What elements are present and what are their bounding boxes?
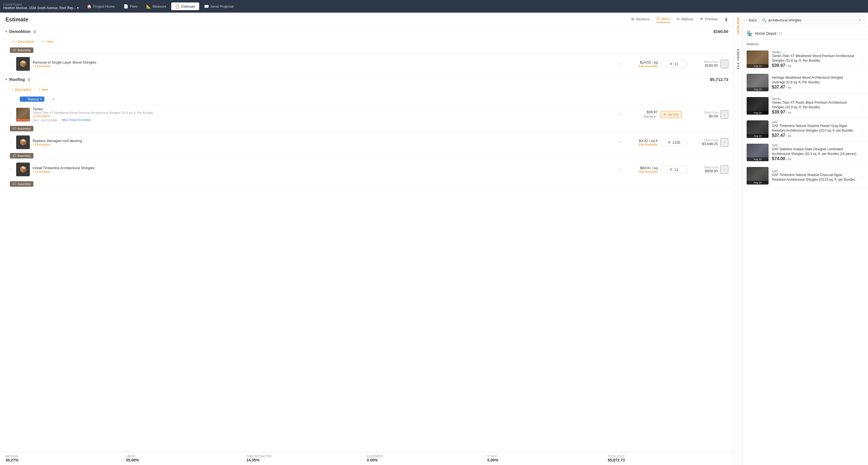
qty-box-decking[interactable]: ⚙ 1100 xyxy=(660,139,688,146)
section-toggle-demolition[interactable]: ▾ xyxy=(5,30,7,33)
header-tabs: ⊞ Sections ☰ Items % Markup 👁 Preview ⬇ xyxy=(631,17,728,23)
item-name-removal: Removal of Single Layer Wood Shingles xyxy=(33,60,615,64)
tab-project-home[interactable]: 🏠 Project Home xyxy=(83,2,119,10)
item-desc-decking[interactable]: + Description xyxy=(33,143,615,146)
item-desc-removal[interactable]: + Description xyxy=(33,64,615,68)
product-name-4: GAF Slateline Antique Slate Designer Lam… xyxy=(772,147,857,156)
edit-assembly-removal[interactable]: Edit Assembly xyxy=(625,64,658,68)
item-name-tamko: Tamko xyxy=(33,107,615,111)
product-item-5[interactable]: Aug 13 GAF GAF Timberline Natural Shadow… xyxy=(743,164,868,187)
line-item-removal: ⠿ 📦 Removal of Single Layer Wood Shingle… xyxy=(0,54,734,74)
qty-value-timberline: 11 xyxy=(674,168,678,172)
project-dropdown-icon[interactable]: ▾ xyxy=(77,6,79,10)
product-info-2: Tamko Tamko Titan XT Rustic Black Premiu… xyxy=(772,97,857,115)
tab-items[interactable]: ☰ Items xyxy=(656,17,670,23)
drag-handle-decking[interactable]: ⠿ xyxy=(10,140,12,144)
assembly-tag-demolition[interactable]: 🏷 Assembly xyxy=(10,48,33,53)
product-more-4[interactable]: ⋮ xyxy=(860,150,864,155)
product-thumb-2: Aug 14 xyxy=(747,97,769,115)
product-more-3[interactable]: ⋮ xyxy=(860,127,864,132)
per-ea-dropdown-tamko[interactable]: Per ea ▾ xyxy=(642,114,658,119)
cost-equipment: EQUIPMENT 0.00% xyxy=(367,455,488,462)
edit-icon-tamko[interactable]: ✏ xyxy=(619,113,622,117)
product-item-1[interactable]: Aug 13 Heritage Weathered Wood Architect… xyxy=(743,71,868,94)
product-item-3[interactable]: Aug 13 GAF GAF Timberline Natural Shadow… xyxy=(743,118,868,141)
edit-icon-timberline[interactable]: ✏ xyxy=(619,168,622,171)
qty-box-timberline[interactable]: ⚙ 11 xyxy=(660,166,688,173)
tab-estimate[interactable]: 📋 Estimate xyxy=(171,2,199,10)
product-item-4[interactable]: Aug 13 GAF GAF Slateline Antique Slate D… xyxy=(743,141,868,164)
more-btn-removal[interactable]: ⋮ xyxy=(721,60,728,68)
drag-handle-timberline[interactable]: ⠿ xyxy=(10,168,12,171)
add-item-demolition[interactable]: + + Item xyxy=(39,39,56,45)
section-delete-roofing[interactable]: 🗑 xyxy=(27,77,31,82)
catalog-count: 23 xyxy=(779,32,782,35)
qty-value-decking: 1100 xyxy=(672,140,680,144)
product-brand-3: GAF xyxy=(772,120,857,124)
product-price-1: $37.47 xyxy=(772,85,785,89)
tab-measure[interactable]: 📐 Measure xyxy=(143,2,170,10)
edit-assembly-timberline[interactable]: Edit Assembly xyxy=(625,170,658,173)
edit-icon-decking[interactable]: ✏ xyxy=(619,140,622,144)
assembly-tag-roofing-3[interactable]: 🏷 Assembly xyxy=(10,153,33,158)
more-btn-timberline[interactable]: ⋮ xyxy=(721,165,728,174)
product-more-1[interactable]: ⋮ xyxy=(860,80,864,85)
assembly-tag-roofing-2[interactable]: 🏷 Assembly xyxy=(10,126,33,131)
item-unit-price-tamko: $39.97 xyxy=(625,110,658,114)
material-tag-roofing[interactable]: 👤 Material ▾ xyxy=(20,96,44,102)
equipment-label: EQUIPMENT xyxy=(367,455,488,458)
estimate-icon: 📋 xyxy=(175,4,180,8)
sidebar-catalogs[interactable]: CATALOGS xyxy=(736,12,741,39)
section-total-demolition: $160.00 xyxy=(713,29,728,34)
item-desc-timberline[interactable]: + Description xyxy=(33,170,615,173)
drag-handle[interactable]: ⠿ xyxy=(10,62,12,66)
product-item-0[interactable]: Aug 13 Tamko Tamko Titan XT Weathered Wo… xyxy=(743,48,868,71)
add-item-roofing[interactable]: + Item xyxy=(36,87,50,93)
section-delete-demolition[interactable]: 🗑 xyxy=(33,29,37,34)
item-desc-tamko[interactable]: + Description xyxy=(33,114,615,118)
more-btn-decking[interactable]: ⋮ xyxy=(721,138,728,147)
more-btn-tamko[interactable]: ⋮ xyxy=(721,110,728,119)
material-add-btn[interactable]: + xyxy=(53,97,55,101)
back-arrow-icon: ‹ xyxy=(747,18,748,22)
material-section-label: Material xyxy=(743,39,868,48)
product-price-0: $39.97 xyxy=(772,63,785,68)
product-more-5[interactable]: ⋮ xyxy=(860,173,864,178)
drag-handle-tamko[interactable]: ⠿ xyxy=(10,113,12,117)
set-qty-icon: ⚙ xyxy=(663,113,666,117)
tab-send-proposal[interactable]: ✉️ Send Proposal xyxy=(200,2,238,10)
edit-icon-removal[interactable]: ✏ xyxy=(619,62,622,66)
subcontractor-value: 14.05% xyxy=(246,458,367,462)
sidebar-file-viewer[interactable]: FILE VIEWER xyxy=(736,44,741,74)
measure-icon: 📐 xyxy=(146,4,151,8)
send-icon: ✉️ xyxy=(204,4,209,8)
back-button[interactable]: ‹ Back xyxy=(747,18,757,22)
tab-files[interactable]: 📄 Files xyxy=(120,2,141,10)
item-link-tamko[interactable]: https://www.homedep... xyxy=(62,118,93,122)
qty-box-removal[interactable]: ⚙ 11 xyxy=(660,61,688,67)
add-description-demolition[interactable]: + + Description xyxy=(10,39,36,45)
search-box: 🔍 × xyxy=(759,16,864,24)
search-input[interactable] xyxy=(768,18,857,22)
thumb-icon-decking: 📦 xyxy=(20,139,27,146)
project-name[interactable]: Heather Monroe, 1534 South Avenue, Roof … xyxy=(3,6,79,10)
tab-markup[interactable]: % Markup xyxy=(677,17,693,22)
product-price-row-3: $37.47 / ea xyxy=(772,133,857,138)
item-info-tamko: Tamko Tamko Titan XT Weathered Wood Prem… xyxy=(33,107,615,122)
direct-cost-label-timberline: Direct Cost xyxy=(690,166,718,169)
product-more-0[interactable]: ⋮ xyxy=(860,57,864,62)
search-clear-button[interactable]: × xyxy=(859,18,861,22)
edit-assembly-decking[interactable]: Edit Assembly xyxy=(625,143,658,146)
add-description-roofing[interactable]: + Description xyxy=(10,87,34,93)
set-qty-button[interactable]: ⚙ Set Qty xyxy=(660,111,681,118)
download-button[interactable]: ⬇ xyxy=(724,17,728,23)
search-panel-header: ‹ Back 🔍 × xyxy=(743,12,868,28)
subcontractor-label: SUBCONTRACTOR xyxy=(246,455,367,458)
product-more-2[interactable]: ⋮ xyxy=(860,104,864,109)
section-toggle-roofing[interactable]: ▾ xyxy=(5,78,7,81)
tab-preview[interactable]: 👁 Preview xyxy=(700,17,718,22)
product-item-2[interactable]: Aug 14 Tamko Tamko Titan XT Rustic Black… xyxy=(743,94,868,118)
sections-icon: ⊞ xyxy=(631,17,634,21)
assembly-tag-roofing-4[interactable]: 🏷 Assembly xyxy=(10,181,33,187)
tab-sections[interactable]: ⊞ Sections xyxy=(631,17,650,22)
